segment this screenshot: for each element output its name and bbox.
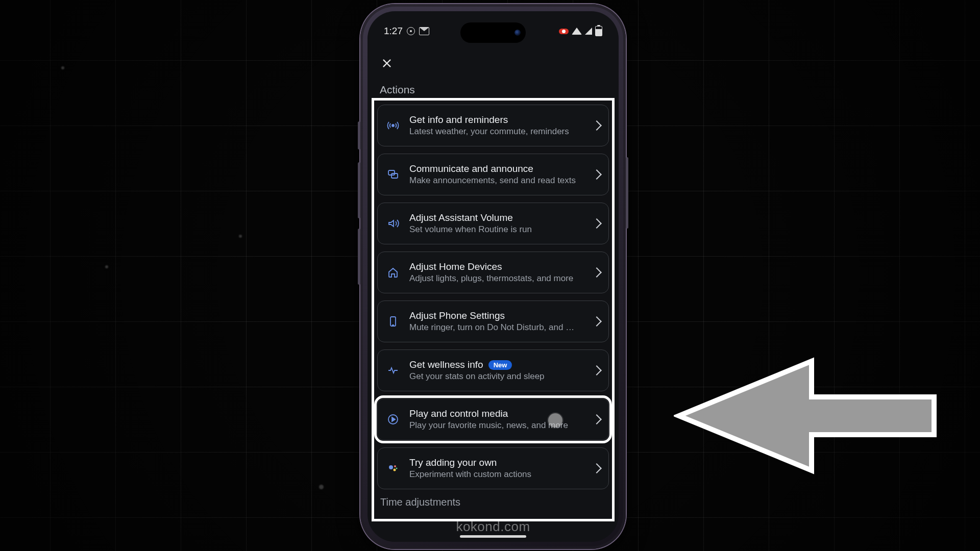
- footer-section-title: Time adjustments: [377, 496, 609, 508]
- action-subtitle: Set volume when Routine is run: [409, 224, 584, 235]
- chevron-right-icon: [592, 463, 602, 473]
- action-title: Adjust Assistant Volume: [409, 212, 513, 223]
- action-title: Adjust Phone Settings: [409, 310, 505, 321]
- action-title: Get info and reminders: [409, 114, 508, 126]
- chevron-right-icon: [592, 120, 602, 131]
- gmail-icon: [419, 27, 429, 35]
- chevron-right-icon: [592, 365, 602, 375]
- recording-indicator: [559, 29, 569, 34]
- action-title: Adjust Home Devices: [409, 261, 502, 272]
- phone-screen: 1:27 Actions: [368, 11, 619, 542]
- speck: [61, 66, 64, 69]
- action-title: Try adding your own: [409, 457, 497, 468]
- action-info-reminders[interactable]: Get info and reminders Latest weather, y…: [377, 105, 609, 146]
- action-home-devices[interactable]: Adjust Home Devices Adjust lights, plugs…: [377, 252, 609, 293]
- action-subtitle: Get your stats on activity and sleep: [409, 371, 584, 382]
- svg-point-7: [394, 465, 396, 467]
- svg-point-8: [394, 469, 396, 471]
- chevron-right-icon: [592, 316, 602, 327]
- broadcast-icon: [386, 118, 400, 133]
- close-button[interactable]: [380, 56, 394, 70]
- action-subtitle: Mute ringer, turn on Do Not Disturb, and…: [409, 322, 584, 333]
- wellness-icon: [386, 363, 400, 378]
- chat-icon: [386, 167, 400, 182]
- action-subtitle: Adjust lights, plugs, thermostats, and m…: [409, 273, 584, 284]
- assistant-icon: [386, 461, 400, 475]
- power-button: [626, 157, 628, 229]
- volume-down-button: [358, 229, 360, 285]
- action-communicate[interactable]: Communicate and announce Make announceme…: [377, 154, 609, 195]
- volume-icon: [386, 216, 400, 231]
- svg-point-9: [396, 468, 398, 469]
- chevron-right-icon: [592, 267, 602, 278]
- touch-indicator: [548, 413, 562, 428]
- watermark: kokond.com: [456, 519, 530, 535]
- speck: [239, 235, 242, 238]
- page-header: Actions: [368, 47, 619, 99]
- phone-icon: [386, 314, 400, 329]
- phone-frame: 1:27 Actions: [360, 4, 626, 549]
- action-assistant-volume[interactable]: Adjust Assistant Volume Set volume when …: [377, 203, 609, 244]
- new-badge: New: [488, 360, 512, 370]
- action-subtitle: Experiment with custom actions: [409, 469, 584, 480]
- action-title: Get wellness info: [409, 359, 483, 370]
- camera-island: [460, 22, 526, 43]
- speck: [105, 265, 108, 268]
- actions-list: Get info and reminders Latest weather, y…: [374, 101, 612, 532]
- chevron-right-icon: [592, 218, 602, 229]
- chevron-right-icon: [592, 169, 602, 180]
- action-wellness[interactable]: Get wellness info New Get your stats on …: [377, 349, 609, 391]
- action-media[interactable]: Play and control media Play your favorit…: [377, 398, 609, 440]
- speck: [319, 485, 324, 489]
- section-title: Actions: [380, 84, 606, 96]
- signal-icon: [585, 28, 592, 35]
- action-subtitle: Make announcements, send and read texts: [409, 176, 584, 186]
- pointer-arrow: [674, 357, 939, 474]
- volume-up-button: [358, 162, 360, 218]
- play-icon: [386, 412, 400, 427]
- status-time: 1:27: [384, 26, 403, 37]
- wifi-icon: [572, 28, 582, 35]
- battery-icon: [595, 26, 602, 36]
- action-custom[interactable]: Try adding your own Experiment with cust…: [377, 447, 609, 489]
- front-camera: [514, 30, 521, 36]
- svg-point-0: [392, 124, 394, 127]
- side-button: [358, 121, 360, 149]
- target-icon: [407, 27, 415, 35]
- action-title: Play and control media: [409, 408, 508, 419]
- svg-point-6: [389, 465, 393, 469]
- home-icon: [386, 265, 400, 280]
- chevron-right-icon: [592, 414, 602, 424]
- action-subtitle: Latest weather, your commute, reminders: [409, 127, 584, 137]
- action-title: Communicate and announce: [409, 163, 533, 174]
- nav-gesture-bar[interactable]: [460, 535, 526, 538]
- action-phone-settings[interactable]: Adjust Phone Settings Mute ringer, turn …: [377, 300, 609, 342]
- close-icon: [381, 58, 393, 69]
